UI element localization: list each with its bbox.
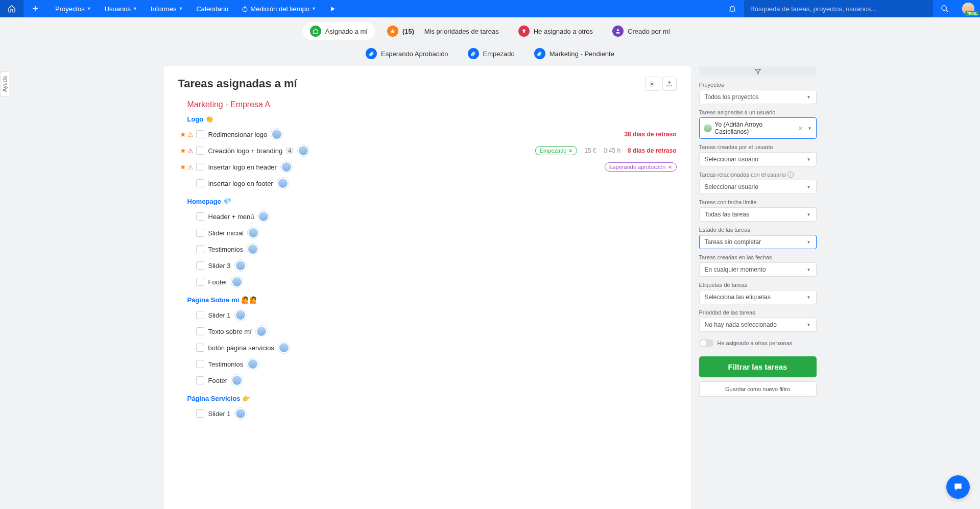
task-row[interactable]: Slider 3 bbox=[178, 257, 677, 274]
nav-calendar[interactable]: Calendario bbox=[196, 5, 228, 13]
project-name[interactable]: Marketing - Empresa A bbox=[187, 100, 677, 109]
assignee-avatar[interactable] bbox=[258, 211, 269, 222]
task-checkbox[interactable] bbox=[196, 311, 204, 319]
chevron-down-icon: ▼ bbox=[179, 6, 183, 11]
section-servicios[interactable]: Página Servicios 👉 bbox=[187, 395, 677, 402]
search-bar[interactable] bbox=[744, 0, 933, 17]
task-row[interactable]: Footer bbox=[178, 372, 677, 389]
task-checkbox[interactable] bbox=[196, 163, 204, 171]
task-checkbox[interactable] bbox=[196, 327, 204, 335]
task-row[interactable]: Testimonios bbox=[178, 241, 677, 257]
assignee-avatar[interactable] bbox=[298, 145, 309, 156]
remove-icon[interactable]: ✕ bbox=[668, 164, 672, 170]
assignee-avatar[interactable] bbox=[278, 342, 290, 353]
clip-icon bbox=[468, 48, 479, 59]
play-button[interactable] bbox=[329, 6, 336, 12]
settings-button[interactable] bbox=[645, 77, 659, 91]
assignee-avatar[interactable] bbox=[235, 260, 246, 271]
assignee-avatar[interactable] bbox=[277, 178, 289, 189]
tab-assigned-others[interactable]: He asignado a otros bbox=[511, 22, 600, 40]
assignee-avatar[interactable] bbox=[271, 129, 282, 140]
task-checkbox[interactable] bbox=[196, 409, 204, 418]
task-checkbox[interactable] bbox=[196, 229, 204, 237]
task-row[interactable]: Header + menú bbox=[178, 208, 677, 225]
assignee-avatar[interactable] bbox=[247, 358, 258, 370]
task-row[interactable]: Insertar logo en footer bbox=[178, 175, 677, 191]
task-checkbox[interactable] bbox=[196, 278, 204, 286]
assignee-avatar[interactable] bbox=[235, 309, 246, 321]
task-checkbox[interactable] bbox=[196, 344, 204, 352]
task-row[interactable]: Slider 1 bbox=[178, 307, 677, 323]
task-checkbox[interactable] bbox=[196, 261, 204, 270]
nav-projects[interactable]: Proyectos▼ bbox=[55, 5, 91, 13]
nav-time[interactable]: Medición del tiempo▼ bbox=[242, 5, 316, 13]
nav-reports[interactable]: Informes▼ bbox=[151, 5, 183, 13]
new-button[interactable]: + bbox=[23, 3, 47, 15]
filter-button[interactable]: Filtrar las tareas bbox=[699, 356, 817, 377]
task-checkbox[interactable] bbox=[196, 245, 204, 253]
filter-assigned-user[interactable]: Yo (Adrián Arroyo Castellanos) × ▼ bbox=[699, 117, 817, 139]
tab-waiting[interactable]: Esperando Aprobación bbox=[358, 45, 456, 62]
filter-priority[interactable]: No hay nada seleccionado▼ bbox=[699, 318, 817, 332]
assignee-avatar[interactable] bbox=[248, 227, 259, 238]
save-filter-button[interactable]: Guardar como nuevo filtro bbox=[699, 381, 817, 397]
assignee-avatar[interactable] bbox=[247, 244, 258, 255]
task-checkbox[interactable] bbox=[196, 130, 204, 138]
task-row[interactable]: Texto sobre mí bbox=[178, 323, 677, 340]
toggle-assigned-others[interactable] bbox=[699, 339, 713, 347]
task-row[interactable]: botón página servicios bbox=[178, 340, 677, 356]
task-row[interactable]: Slider inicial bbox=[178, 225, 677, 241]
task-checkbox[interactable] bbox=[196, 212, 204, 221]
search-icon[interactable] bbox=[933, 5, 957, 13]
filter-label: Tareas relacionadas con el usuarioi bbox=[699, 172, 817, 178]
filter-toggle[interactable] bbox=[699, 66, 817, 77]
tab-started[interactable]: Empezado bbox=[461, 45, 522, 62]
remove-icon[interactable]: ✕ bbox=[568, 148, 572, 154]
user-menu[interactable]: TRIAL bbox=[957, 3, 980, 15]
task-checkbox[interactable] bbox=[196, 179, 204, 187]
help-tab[interactable]: Ayuda bbox=[0, 71, 9, 96]
tab-created[interactable]: Creado por mí bbox=[605, 22, 677, 40]
task-row[interactable]: Footer bbox=[178, 274, 677, 290]
warning-icon: ⚠ bbox=[187, 131, 194, 138]
notifications-button[interactable] bbox=[721, 5, 744, 13]
nav-users[interactable]: Usuarios▼ bbox=[105, 5, 137, 13]
tab-marketing[interactable]: Marketing - Pendiente bbox=[527, 45, 622, 62]
chevron-down-icon: ▼ bbox=[133, 6, 137, 11]
section-sobre[interactable]: Página Sobre mí 🙋🙋 bbox=[187, 296, 677, 304]
trial-badge: TRIAL bbox=[965, 11, 979, 16]
section-homepage[interactable]: Homepage 💎 bbox=[187, 198, 677, 205]
assignee-avatar[interactable] bbox=[231, 375, 243, 386]
task-checkbox[interactable] bbox=[196, 147, 204, 155]
filter-status[interactable]: Tareas sin completar▼ bbox=[699, 235, 817, 249]
filter-created-by[interactable]: Seleccionar usuario▼ bbox=[699, 152, 817, 166]
task-row[interactable]: Slider 1 bbox=[178, 405, 677, 422]
filter-deadline[interactable]: Todas las tareas▼ bbox=[699, 207, 817, 222]
assignee-avatar[interactable] bbox=[235, 408, 246, 419]
tab-priorities[interactable]: ★(15) Mis prioridades de tareas bbox=[380, 22, 506, 40]
info-icon[interactable]: i bbox=[787, 172, 794, 178]
task-row[interactable]: ★⚠ Insertar logo en header Esperando apr… bbox=[178, 159, 677, 175]
status-pill[interactable]: Esperando aprobación✕ bbox=[605, 162, 677, 172]
assignee-avatar[interactable] bbox=[231, 276, 243, 287]
search-input[interactable] bbox=[750, 5, 927, 13]
task-checkbox[interactable] bbox=[196, 376, 204, 384]
chat-button[interactable] bbox=[946, 475, 970, 499]
remove-icon[interactable]: × bbox=[798, 124, 802, 132]
assignee-avatar[interactable] bbox=[256, 326, 267, 337]
task-checkbox[interactable] bbox=[196, 360, 204, 368]
tab-assigned[interactable]: Asignado a mí bbox=[303, 22, 375, 40]
export-button[interactable] bbox=[662, 77, 677, 91]
filter-tags[interactable]: Selecciona las etiquetas▼ bbox=[699, 290, 817, 304]
filter-dates[interactable]: En cualquier momento▼ bbox=[699, 262, 817, 277]
task-row[interactable]: ★⚠ Redimensionar logo 38 días de retraso bbox=[178, 126, 677, 142]
assignee-avatar[interactable] bbox=[281, 161, 292, 173]
task-row[interactable]: ★⚠ Creación logo + branding 4 Empezado✕ … bbox=[178, 142, 677, 159]
status-pill[interactable]: Empezado✕ bbox=[535, 146, 578, 155]
home-button[interactable] bbox=[0, 0, 23, 17]
filter-related-user[interactable]: Seleccionar usuario▼ bbox=[699, 180, 817, 194]
toggle-label: He asignado a otras personas bbox=[718, 340, 793, 346]
section-logo[interactable]: Logo 👏 bbox=[187, 115, 677, 123]
task-row[interactable]: Testimonios bbox=[178, 356, 677, 372]
filter-projects[interactable]: Todos los proyectos▼ bbox=[699, 90, 817, 104]
